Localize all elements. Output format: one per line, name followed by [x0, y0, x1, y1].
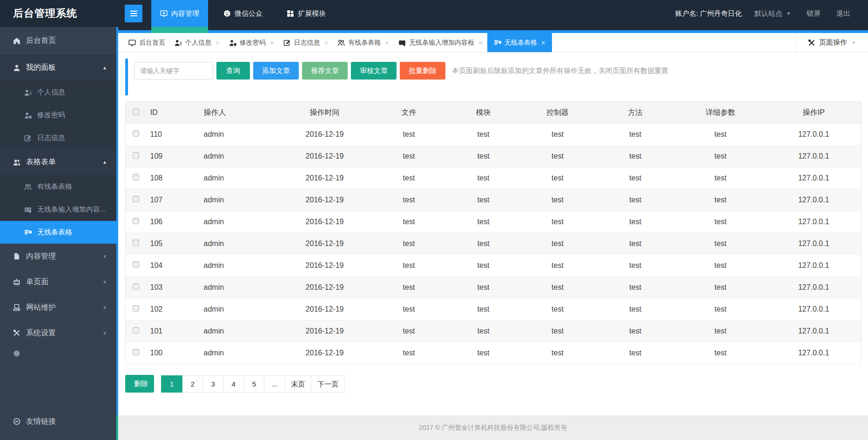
tab-2[interactable]: 修改密码×: [224, 33, 279, 52]
page-button-末页[interactable]: 末页: [284, 375, 311, 393]
toolbar-button-0[interactable]: 查询: [216, 62, 250, 80]
sidebar-item-9[interactable]: 内容管理▼: [0, 244, 116, 269]
copyright-text: 2017 © 广州普金计算机科技股份有限公司,版权所有: [419, 424, 567, 432]
sidebar-item-2[interactable]: 个人信息: [0, 81, 116, 104]
toolbar-button-4[interactable]: 批量删除: [400, 62, 445, 80]
tab-4[interactable]: 有线条表格×: [333, 33, 394, 52]
column-header-2: 操作时间: [279, 102, 370, 124]
toolbar-button-2[interactable]: 推荐文章: [302, 62, 348, 80]
cell-ip: 127.0.0.1: [767, 255, 861, 277]
sidebar-item-0[interactable]: 后台首页: [0, 27, 116, 55]
row-checkbox[interactable]: [133, 218, 139, 224]
tab-6[interactable]: 无线条表格×: [487, 33, 552, 52]
cell-id: 100: [147, 342, 200, 364]
sidebar-toggle-button[interactable]: [125, 5, 142, 22]
pagination: 删除 12345...末页下一页: [125, 375, 861, 393]
toolbar-button-3[interactable]: 审核文章: [351, 62, 397, 80]
sidebar-item-6[interactable]: 有线条表格: [0, 175, 116, 198]
delete-button[interactable]: 删除: [125, 375, 154, 393]
page-button-...[interactable]: ...: [264, 375, 285, 393]
cell-module: test: [448, 277, 519, 299]
sidebar-item-3[interactable]: 修改密码: [0, 104, 116, 127]
column-header-4: 模块: [448, 102, 519, 124]
page-button-1[interactable]: 1: [161, 375, 182, 393]
cell-operator: admin: [200, 233, 279, 255]
cell-controller: test: [519, 233, 596, 255]
sidebar-item-1[interactable]: 我的面板▲: [0, 55, 116, 81]
page-button-4[interactable]: 4: [223, 375, 244, 393]
row-checkbox[interactable]: [133, 152, 139, 159]
logout-button[interactable]: 退出: [833, 9, 850, 18]
tab-1[interactable]: 个人信息×: [170, 33, 224, 52]
close-icon[interactable]: ×: [385, 39, 389, 47]
sidebar-item-5[interactable]: 表格表单▲: [0, 149, 116, 175]
top-nav-item-2[interactable]: 扩展模块: [278, 0, 335, 27]
sidebar-item-13[interactable]: [0, 346, 116, 358]
row-checkbox[interactable]: [133, 283, 139, 290]
cell-id: 102: [147, 299, 200, 320]
circle-icon: [13, 350, 20, 357]
row-checkbox[interactable]: [133, 130, 139, 137]
row-checkbox[interactable]: [133, 349, 139, 355]
row-checkbox[interactable]: [133, 174, 139, 180]
sidebar-item-11[interactable]: 网站维护▼: [0, 295, 116, 320]
lock-screen-button[interactable]: 锁屏: [803, 9, 821, 18]
cell-params: test: [675, 233, 767, 255]
cell-time: 2016-12-19: [279, 342, 370, 364]
page: 后台管理系统 内容管理微信公众扩展模块 账户名: 广州丹奇日化 默认站点 ▼ 锁…: [0, 0, 868, 440]
cell-ip: 127.0.0.1: [767, 167, 861, 189]
sidebar-item-12[interactable]: 系统设置▼: [0, 320, 116, 346]
cell-params: test: [675, 255, 767, 277]
toolbar-button-1[interactable]: 添加文章: [253, 62, 299, 80]
row-checkbox[interactable]: [133, 305, 139, 312]
tab-3[interactable]: 日志信息×: [279, 33, 333, 52]
sidebar-item-4[interactable]: 日志信息: [0, 127, 116, 149]
top-nav-item-1[interactable]: 微信公众: [215, 0, 271, 27]
tab-5[interactable]: 无线条输入增加内容框×: [394, 33, 487, 52]
sidebar-item-label: 后台首页: [26, 36, 56, 46]
row-checkbox[interactable]: [133, 261, 139, 268]
cell-file: test: [370, 342, 448, 364]
page-button-5[interactable]: 5: [243, 375, 264, 393]
sidebar-item-14[interactable]: 友情链接: [0, 408, 116, 434]
page-button-3[interactable]: 3: [202, 375, 223, 393]
cell-method: test: [596, 211, 675, 233]
select-all-checkbox[interactable]: [133, 108, 139, 115]
close-icon[interactable]: ×: [270, 39, 274, 47]
table-row: 103admin2016-12-19testtesttesttesttest12…: [126, 277, 861, 299]
sidebar-item-7[interactable]: 无线条输入增加内容...: [0, 198, 116, 221]
tab-label: 无线条表格: [505, 39, 537, 47]
page-button-2[interactable]: 2: [182, 375, 203, 393]
cell-ip: 127.0.0.1: [767, 189, 861, 211]
row-checkbox[interactable]: [133, 196, 139, 202]
site-selector[interactable]: 默认站点 ▼: [754, 9, 791, 18]
sidebar-item-8[interactable]: 无线条表格: [0, 221, 116, 244]
cell-params: test: [675, 299, 767, 320]
cell-params: test: [675, 146, 767, 167]
cell-ip: 127.0.0.1: [767, 320, 861, 342]
page-button-下一页[interactable]: 下一页: [311, 375, 345, 393]
cell-time: 2016-12-19: [279, 233, 370, 255]
top-nav-label: 内容管理: [171, 9, 199, 18]
screen-icon: [128, 39, 136, 47]
table-row: 109admin2016-12-19testtesttesttesttest12…: [126, 146, 861, 167]
gear-icon: [808, 39, 815, 47]
active-nav-indicator: [151, 27, 208, 33]
cell-operator: admin: [200, 211, 279, 233]
row-checkbox[interactable]: [133, 240, 139, 246]
search-input[interactable]: [134, 62, 213, 80]
column-header-0: ID: [147, 102, 200, 124]
top-nav-item-0[interactable]: 内容管理: [151, 0, 208, 27]
cell-file: test: [370, 189, 448, 211]
cell-params: test: [675, 189, 767, 211]
tab-0[interactable]: 后台首页: [124, 33, 170, 52]
close-icon[interactable]: ×: [215, 39, 220, 47]
row-checkbox[interactable]: [133, 327, 139, 333]
close-icon[interactable]: ×: [324, 39, 329, 47]
close-icon[interactable]: ×: [541, 39, 545, 47]
sidebar-item-10[interactable]: 单页面▼: [0, 269, 116, 295]
select-all-header: [126, 102, 147, 124]
close-icon[interactable]: ×: [478, 39, 483, 47]
page-actions-button[interactable]: 页面操作▼: [795, 33, 868, 52]
cell-params: test: [675, 320, 767, 342]
